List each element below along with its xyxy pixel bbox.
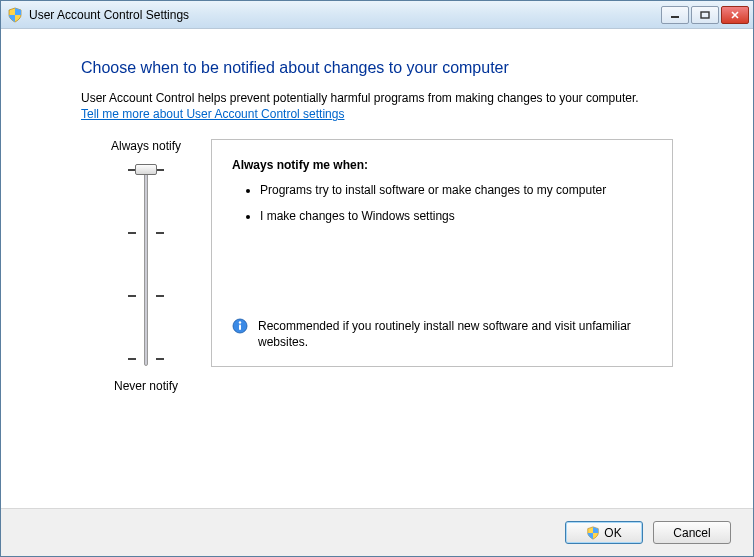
shield-icon <box>7 7 23 23</box>
svg-point-3 <box>239 321 241 323</box>
slider-track <box>144 166 148 366</box>
slider-tick <box>156 169 164 171</box>
recommendation-text: Recommended if you routinely install new… <box>258 318 652 350</box>
minimize-button[interactable] <box>661 6 689 24</box>
svg-rect-1 <box>701 12 709 18</box>
client-area: Choose when to be notified about changes… <box>1 29 753 508</box>
ok-button[interactable]: OK <box>565 521 643 544</box>
description-bullet: I make changes to Windows settings <box>260 208 652 224</box>
slider-tick <box>156 358 164 360</box>
slider-column: Always notify Never notify <box>81 139 211 393</box>
description-bullet: Programs try to install software or make… <box>260 182 652 198</box>
svg-rect-4 <box>239 324 241 330</box>
cancel-button-label: Cancel <box>673 526 710 540</box>
shield-icon <box>586 526 600 540</box>
slider-tick <box>128 358 136 360</box>
slider-area: Always notify Never notify Alw <box>81 139 673 393</box>
info-icon <box>232 318 248 334</box>
uac-settings-window: User Account Control Settings Choose whe… <box>0 0 754 557</box>
description-title: Always notify me when: <box>232 158 652 172</box>
slider-tick <box>128 295 136 297</box>
slider-bottom-label: Never notify <box>114 379 178 393</box>
slider-top-label: Always notify <box>111 139 181 153</box>
window-controls <box>661 6 749 24</box>
slider-thumb[interactable] <box>135 164 157 175</box>
svg-rect-0 <box>671 16 679 18</box>
notification-slider[interactable] <box>116 161 176 371</box>
slider-tick <box>128 232 136 234</box>
description-list: Programs try to install software or make… <box>232 182 652 224</box>
description-panel: Always notify me when: Programs try to i… <box>211 139 673 367</box>
recommendation-row: Recommended if you routinely install new… <box>232 318 652 350</box>
titlebar[interactable]: User Account Control Settings <box>1 1 753 29</box>
page-heading: Choose when to be notified about changes… <box>81 59 673 77</box>
ok-button-label: OK <box>604 526 621 540</box>
window-title: User Account Control Settings <box>29 8 661 22</box>
cancel-button[interactable]: Cancel <box>653 521 731 544</box>
slider-tick <box>156 232 164 234</box>
slider-tick <box>156 295 164 297</box>
help-link[interactable]: Tell me more about User Account Control … <box>81 107 344 121</box>
dialog-footer: OK Cancel <box>1 508 753 556</box>
close-button[interactable] <box>721 6 749 24</box>
maximize-button[interactable] <box>691 6 719 24</box>
page-subtext: User Account Control helps prevent poten… <box>81 91 673 105</box>
